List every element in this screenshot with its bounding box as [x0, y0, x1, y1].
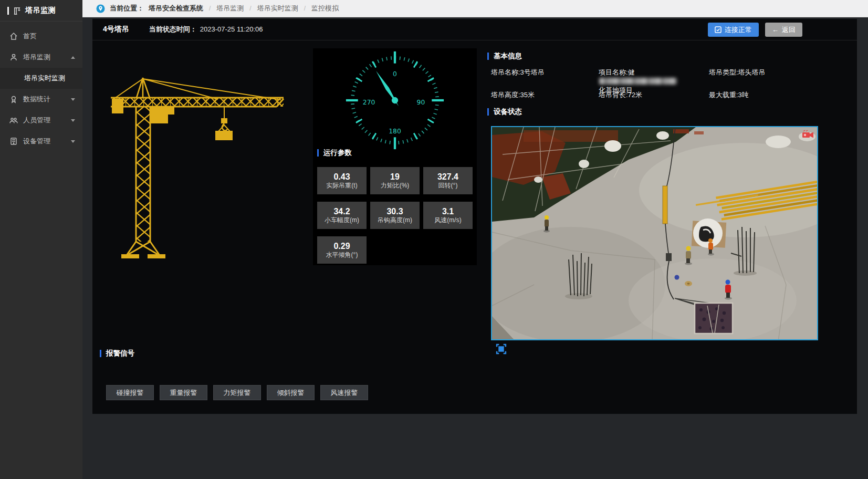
run-params-title: 运行参数 [317, 148, 352, 158]
param-value: 30.3 [386, 207, 403, 216]
chevron-down-icon [71, 119, 75, 122]
back-button-label: 返回 [782, 25, 796, 35]
param-card-actual-load: 0.43实际吊重(t) [317, 167, 367, 194]
camera-record-icon[interactable] [802, 130, 814, 140]
panel-header: 4号塔吊 当前状态时间：2023-07-25 11:20:06 连接正常 ← 返… [92, 19, 857, 40]
param-value: 327.4 [437, 173, 458, 181]
param-card-moment-ratio: 19力矩比(%) [370, 167, 420, 194]
sidebar-item-label: 塔吊实时监测 [24, 74, 65, 83]
compass-label-180: 180 [389, 128, 401, 135]
param-label: 风速(m/s) [434, 217, 461, 223]
param-label: 水平倾角(°) [326, 252, 358, 258]
breadcrumb-root[interactable]: 塔吊安全检查系统 [149, 4, 203, 13]
breadcrumb-item[interactable]: 塔吊监测 [216, 4, 244, 13]
camera-feed [491, 126, 818, 340]
param-value: 3.1 [442, 207, 454, 216]
wind-alarm-button[interactable]: 风速报警 [320, 385, 368, 400]
tilt-alarm-button[interactable]: 倾斜报警 [267, 385, 315, 400]
main-panel: 4号塔吊 当前状态时间：2023-07-25 11:20:06 连接正常 ← 返… [92, 19, 857, 414]
param-label: 回转(°) [438, 182, 458, 189]
section-title-text: 基本信息 [494, 51, 522, 61]
breadcrumb-item[interactable]: 监控模拟 [311, 4, 339, 13]
breadcrumb-separator: / [209, 5, 211, 12]
back-button[interactable]: ← 返回 [765, 23, 802, 37]
status-time-value: 2023-07-25 11:20:06 [200, 25, 263, 33]
sidebar-item-equipment[interactable]: 设备管理 [0, 131, 82, 152]
param-card-wind-speed: 3.1风速(m/s) [423, 202, 473, 229]
section-accent-bar [487, 53, 489, 60]
chevron-down-icon [71, 140, 75, 143]
sidebar-item-crane-monitor[interactable]: 塔吊监测 [0, 47, 82, 68]
collision-alarm-button[interactable]: 碰撞报警 [106, 385, 154, 400]
construction-site-scene [492, 127, 818, 340]
section-accent-bar [100, 350, 101, 357]
alarm-buttons: 碰撞报警 重量报警 力矩报警 倾斜报警 风速报警 [106, 385, 368, 400]
app-logo: 塔吊监测 [0, 0, 82, 22]
compass-label-90: 90 [417, 99, 425, 106]
checkbox-check-icon [715, 26, 721, 33]
chevron-down-icon [71, 98, 75, 101]
section-title-text: 报警信号 [106, 349, 134, 358]
status-time: 当前状态时间：2023-07-25 11:20:06 [149, 25, 263, 34]
chevron-up-icon [71, 56, 75, 59]
compass-needle [373, 69, 401, 108]
param-label: 小车幅度(m) [325, 217, 359, 223]
user-icon [9, 53, 18, 61]
award-icon [9, 95, 18, 103]
gauge-panel: 0 90 180 270 运行参数 0.43实际吊重(t) 19力矩比(%) 3… [313, 48, 477, 265]
logo-text: 塔吊监测 [25, 6, 56, 15]
field-crane-height: 塔吊高度:35米 [491, 90, 596, 99]
compass-label-270: 270 [363, 99, 375, 106]
sidebar-item-label: 数据统计 [23, 95, 50, 104]
field-crane-type: 塔吊类型:塔头塔吊 [709, 68, 824, 77]
device-icon [9, 137, 18, 145]
param-label: 力矩比(%) [381, 182, 410, 189]
slew-compass-gauge: 0 90 180 270 [345, 50, 445, 150]
breadcrumb: 当前位置： 塔吊安全检查系统 / 塔吊监测 / 塔吊实时监测 / 监控模拟 [82, 0, 868, 17]
section-accent-bar [317, 149, 319, 157]
run-params-cards: 0.43实际吊重(t) 19力矩比(%) 327.4回转(°) 34.2小车幅度… [317, 167, 473, 264]
param-value: 0.29 [333, 242, 350, 251]
connect-button-label: 连接正常 [725, 25, 752, 35]
sidebar-item-data-stats[interactable]: 数据统计 [0, 89, 82, 110]
device-status-title: 设备状态 [487, 107, 522, 117]
breadcrumb-separator: / [249, 5, 251, 12]
tower-crane-illustration [108, 75, 286, 258]
section-accent-bar [487, 108, 489, 116]
home-icon [9, 32, 18, 40]
crane-logo-icon [13, 6, 22, 15]
sidebar-item-label: 塔吊监测 [23, 53, 50, 62]
param-card-slew: 327.4回转(°) [423, 167, 473, 194]
sidebar-menu: 首页 塔吊监测 塔吊实时监测 数据统计 [0, 22, 82, 152]
weight-alarm-button[interactable]: 重量报警 [160, 385, 207, 400]
param-card-horizontal-tilt: 0.29水平倾角(°) [317, 236, 367, 264]
status-time-label: 当前状态时间： [149, 25, 197, 33]
people-icon [9, 116, 18, 124]
moment-alarm-button[interactable]: 力矩报警 [213, 385, 261, 400]
crane-name: 4号塔吊 [103, 25, 129, 34]
param-value: 34.2 [333, 207, 350, 216]
field-max-load: 最大载重:3吨 [709, 90, 824, 99]
connect-status-button[interactable]: 连接正常 [708, 23, 759, 37]
section-title-text: 设备状态 [494, 107, 522, 117]
project-name-prefix: 项目名称:健 [599, 68, 635, 76]
fullscreen-icon[interactable] [496, 343, 507, 355]
sidebar-item-personnel[interactable]: 人员管理 [0, 110, 82, 131]
sidebar-item-home[interactable]: 首页 [0, 26, 82, 47]
param-card-hook-height: 30.3吊钩高度(m) [370, 202, 420, 229]
sidebar: 塔吊监测 首页 塔吊监测 塔吊实时监测 [0, 0, 82, 479]
section-title-text: 运行参数 [323, 148, 352, 158]
page: 塔吊监测 首页 塔吊监测 塔吊实时监测 [0, 0, 868, 479]
basic-info-title: 基本信息 [487, 51, 522, 61]
location-pin-icon [96, 4, 105, 13]
compass-label-0: 0 [393, 70, 397, 78]
breadcrumb-separator: / [304, 5, 306, 12]
param-label: 实际吊重(t) [326, 182, 357, 189]
redacted-text [599, 78, 677, 85]
back-arrow-icon: ← [772, 26, 779, 34]
breadcrumb-item[interactable]: 塔吊实时监测 [257, 4, 298, 13]
param-label: 吊钩高度(m) [378, 217, 412, 223]
sidebar-item-crane-realtime[interactable]: 塔吊实时监测 [0, 68, 82, 89]
sidebar-item-label: 设备管理 [23, 137, 50, 146]
param-card-trolley-range: 34.2小车幅度(m) [317, 202, 367, 229]
